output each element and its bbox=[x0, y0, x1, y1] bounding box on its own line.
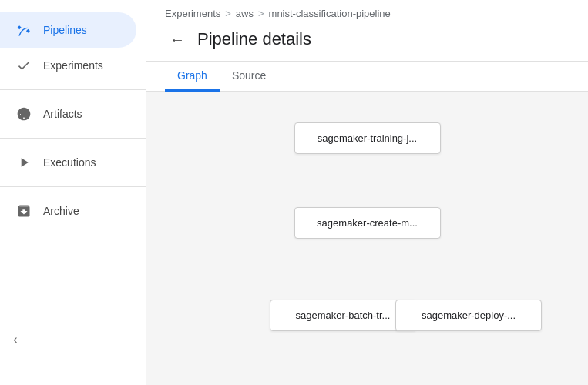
graph-area[interactable]: sagemaker-training-j... sagemaker-create… bbox=[146, 92, 588, 385]
node-create-label: sagemaker-create-m... bbox=[317, 217, 418, 229]
node-batch[interactable]: sagemaker-batch-tr... bbox=[270, 300, 416, 331]
breadcrumb: Experiments > aws > mnist-classification… bbox=[146, 0, 588, 24]
experiments-icon bbox=[15, 57, 32, 74]
page-title: Pipeline details bbox=[197, 29, 311, 49]
node-create[interactable]: sagemaker-create-m... bbox=[294, 207, 441, 239]
tab-source[interactable]: Source bbox=[220, 62, 278, 92]
breadcrumb-aws[interactable]: aws bbox=[236, 8, 254, 19]
breadcrumb-pipeline[interactable]: mnist-classification-pipeline bbox=[269, 8, 391, 19]
pipelines-icon bbox=[15, 22, 32, 38]
page-header: ← Pipeline details bbox=[146, 24, 588, 62]
tab-graph[interactable]: Graph bbox=[165, 62, 220, 92]
sidebar-item-label-artifacts: Artifacts bbox=[43, 108, 82, 120]
sidebar-item-label-pipelines: Pipelines bbox=[43, 24, 87, 36]
breadcrumb-sep-1: > bbox=[225, 8, 231, 19]
sidebar: Pipelines Experiments Artifacts Executio… bbox=[0, 0, 146, 385]
main-content: Experiments > aws > mnist-classification… bbox=[146, 0, 588, 385]
node-deploy-label: sagemaker-deploy-... bbox=[422, 310, 516, 321]
executions-icon bbox=[15, 154, 32, 171]
sidebar-item-executions[interactable]: Executions bbox=[0, 145, 136, 180]
sidebar-item-pipelines[interactable]: Pipelines bbox=[0, 12, 136, 48]
sidebar-divider-3 bbox=[0, 186, 146, 187]
node-training[interactable]: sagemaker-training-j... bbox=[294, 122, 441, 154]
sidebar-collapse-button[interactable]: ‹ bbox=[0, 325, 31, 354]
sidebar-item-label-experiments: Experiments bbox=[43, 59, 103, 72]
node-batch-label: sagemaker-batch-tr... bbox=[296, 310, 391, 321]
sidebar-item-label-executions: Executions bbox=[43, 156, 96, 169]
tabs-bar: Graph Source bbox=[146, 62, 588, 92]
node-deploy[interactable]: sagemaker-deploy-... bbox=[395, 300, 542, 331]
breadcrumb-sep-2: > bbox=[258, 8, 264, 19]
archive-icon bbox=[15, 203, 32, 219]
sidebar-item-experiments[interactable]: Experiments bbox=[0, 48, 136, 83]
sidebar-item-label-archive: Archive bbox=[43, 205, 79, 217]
sidebar-item-archive[interactable]: Archive bbox=[0, 193, 136, 229]
back-icon: ← bbox=[170, 31, 185, 49]
artifacts-icon bbox=[15, 105, 32, 122]
node-training-label: sagemaker-training-j... bbox=[318, 132, 417, 144]
sidebar-divider-2 bbox=[0, 138, 146, 139]
collapse-icon: ‹ bbox=[13, 333, 17, 346]
sidebar-divider-1 bbox=[0, 89, 146, 90]
breadcrumb-experiments[interactable]: Experiments bbox=[165, 8, 220, 19]
sidebar-item-artifacts[interactable]: Artifacts bbox=[0, 96, 136, 132]
back-button[interactable]: ← bbox=[165, 27, 190, 52]
